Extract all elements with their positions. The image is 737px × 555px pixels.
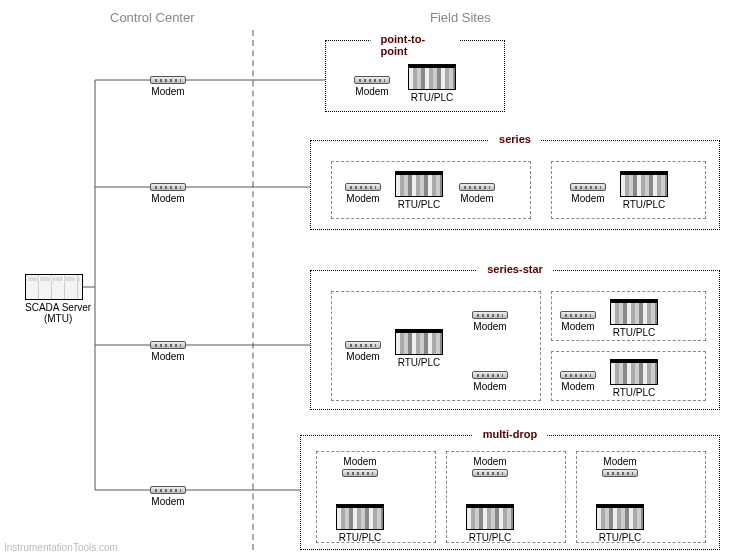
modem-icon [560,311,596,319]
rtu-plc-icon [408,64,456,90]
rtu-plc-icon [610,359,658,385]
watermark: InstrumentationTools.com [4,542,118,553]
topology-series-star: series-star [310,270,720,410]
modem-icon [150,341,186,349]
seriesstar-modem-top-out: Modem [472,311,508,332]
modem-label: Modem [560,381,596,392]
rtu-label: RTU/PLC [395,199,443,210]
modem-label: Modem [560,321,596,332]
cc-modem-4: Modem [150,486,186,507]
rtu-label: RTU/PLC [596,532,644,543]
multidrop-modem-2: Modem [472,456,508,477]
scada-server-label: SCADA Server (MTU) [25,302,91,324]
modem-icon [150,76,186,84]
modem-icon [570,183,606,191]
series-modem-2: Modem [459,183,495,204]
series-rtu-2: RTU/PLC [620,171,668,210]
modem-label: Modem [354,86,390,97]
multidrop-rtu-1: RTU/PLC [336,504,384,543]
rtu-label: RTU/PLC [408,92,456,103]
modem-label: Modem [345,193,381,204]
seriesstar-modem-bot-out: Modem [472,371,508,392]
rtu-plc-icon [610,299,658,325]
modem-label: Modem [459,193,495,204]
modem-label: Modem [570,193,606,204]
cc-modem-3: Modem [150,341,186,362]
seriesstar-modem-1: Modem [345,341,381,362]
modem-label: Modem [150,193,186,204]
rtu-plc-icon [466,504,514,530]
modem-icon [472,371,508,379]
multidrop-modem-3: Modem [602,456,638,477]
modem-label: Modem [150,496,186,507]
modem-label: Modem [602,456,638,467]
seriesstar-rtu-bot: RTU/PLC [610,359,658,398]
modem-label: Modem [472,381,508,392]
series-rtu-1: RTU/PLC [395,171,443,210]
modem-icon [472,311,508,319]
scada-server-icon [25,274,83,300]
seriesstar-modem-top-in: Modem [560,311,596,332]
divider-vertical [252,30,254,550]
cc-modem-2: Modem [150,183,186,204]
rtu-label: RTU/PLC [620,199,668,210]
modem-icon [602,469,638,477]
rtu-plc-icon [620,171,668,197]
modem-label: Modem [345,351,381,362]
modem-label: Modem [342,456,378,467]
modem-label: Modem [150,86,186,97]
topology-title: point-to-point [371,33,460,57]
multidrop-modem-1: Modem [342,456,378,477]
topology-title: multi-drop [473,428,547,440]
modem-icon [560,371,596,379]
modem-label: Modem [472,321,508,332]
rtu-label: RTU/PLC [336,532,384,543]
rtu-label: RTU/PLC [610,387,658,398]
modem-icon [459,183,495,191]
rtu-plc-icon [596,504,644,530]
scada-server-block: SCADA Server (MTU) [25,274,91,324]
ptp-modem: Modem [354,76,390,97]
modem-label: Modem [472,456,508,467]
modem-icon [354,76,390,84]
series-modem-3: Modem [570,183,606,204]
seriesstar-modem-bot-in: Modem [560,371,596,392]
multidrop-rtu-3: RTU/PLC [596,504,644,543]
modem-icon [150,486,186,494]
heading-field-sites: Field Sites [430,10,491,25]
modem-label: Modem [150,351,186,362]
modem-icon [342,469,378,477]
rtu-label: RTU/PLC [395,357,443,368]
seriesstar-rtu-top: RTU/PLC [610,299,658,338]
modem-icon [472,469,508,477]
cc-modem-1: Modem [150,76,186,97]
modem-icon [150,183,186,191]
topology-title: series-star [477,263,553,275]
modem-icon [345,183,381,191]
rtu-plc-icon [336,504,384,530]
modem-icon [345,341,381,349]
rtu-label: RTU/PLC [466,532,514,543]
multidrop-rtu-2: RTU/PLC [466,504,514,543]
rtu-plc-icon [395,329,443,355]
rtu-plc-icon [395,171,443,197]
series-modem-1: Modem [345,183,381,204]
topology-title: series [489,133,541,145]
rtu-label: RTU/PLC [610,327,658,338]
heading-control-center: Control Center [110,10,195,25]
ptp-rtu: RTU/PLC [408,64,456,103]
seriesstar-rtu-1: RTU/PLC [395,329,443,368]
